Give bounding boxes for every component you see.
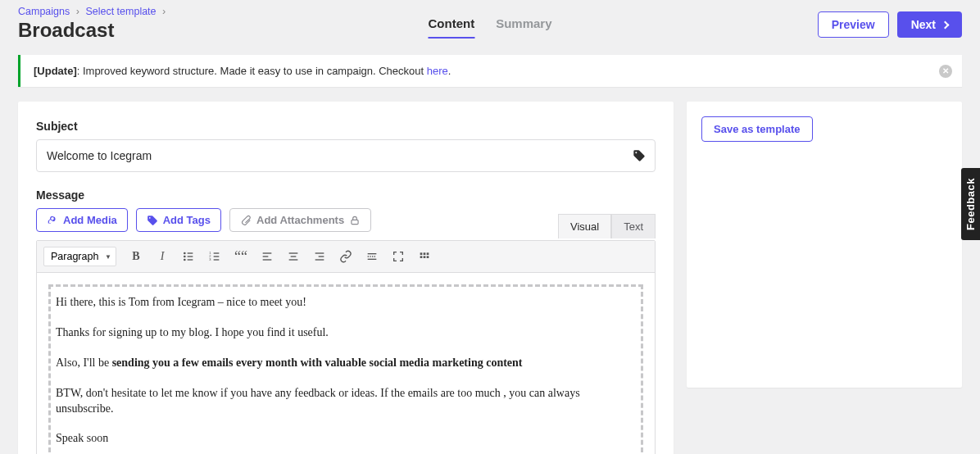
body-paragraph: BTW, don't hesitate to let me know if yo…	[56, 386, 636, 417]
blockquote-button[interactable]: ““	[229, 246, 252, 267]
editor-body[interactable]: Hi there, this is Tom from Icegram – nic…	[37, 273, 655, 454]
chevron-right-icon: ›	[76, 6, 79, 17]
update-banner-prefix: [Update]	[34, 65, 77, 77]
align-right-button[interactable]	[308, 246, 331, 267]
message-label: Message	[36, 188, 656, 202]
svg-rect-28	[420, 256, 423, 258]
content-frame[interactable]: Hi there, this is Tom from Icegram – nic…	[48, 284, 643, 454]
align-left-button[interactable]	[256, 246, 279, 267]
media-icon	[47, 215, 58, 226]
tab-content[interactable]: Content	[428, 16, 474, 39]
svg-rect-26	[424, 252, 426, 255]
subject-label: Subject	[36, 120, 656, 133]
close-icon: ✕	[942, 66, 949, 75]
center-tabs: Content Summary	[428, 16, 551, 39]
svg-rect-29	[424, 256, 426, 258]
link-button[interactable]	[334, 246, 357, 267]
svg-point-2	[184, 256, 185, 257]
breadcrumb-select-template[interactable]: Select template	[85, 6, 156, 17]
feedback-tab[interactable]: Feedback	[961, 168, 980, 240]
update-banner-link[interactable]: here	[427, 65, 448, 77]
read-more-button[interactable]	[361, 246, 383, 267]
editor-toolbar: Paragraph B I 123 ““	[37, 241, 655, 273]
page-title: Broadcast	[18, 19, 169, 42]
fullscreen-button[interactable]	[387, 246, 410, 267]
add-attachments-label: Add Attachments	[256, 214, 344, 226]
preview-button[interactable]: Preview	[818, 11, 889, 38]
svg-rect-30	[427, 256, 429, 258]
body-paragraph: Also, I'll be sending you a few emails e…	[56, 356, 636, 371]
toolbar-toggle-button[interactable]	[413, 246, 436, 267]
svg-point-1	[184, 252, 185, 253]
add-tags-button[interactable]: Add Tags	[136, 208, 221, 232]
svg-rect-25	[420, 252, 423, 255]
add-media-label: Add Media	[63, 214, 117, 226]
paperclip-icon	[240, 215, 252, 226]
lock-icon	[349, 215, 361, 226]
numbered-list-button[interactable]: 123	[203, 246, 226, 267]
bulleted-list-button[interactable]	[177, 246, 200, 267]
update-banner: [Update]: Improved keyword structure. Ma…	[18, 55, 962, 87]
update-banner-suffix: .	[448, 65, 451, 77]
subject-input[interactable]	[36, 139, 656, 172]
tab-summary[interactable]: Summary	[496, 16, 551, 39]
svg-text:3: 3	[209, 257, 211, 261]
italic-button[interactable]: I	[151, 246, 174, 267]
editor-card: Subject Message Add Media	[18, 102, 674, 454]
chevron-right-icon: ›	[162, 6, 166, 17]
body-paragraph: Speak soon	[56, 431, 636, 447]
editor-tab-text[interactable]: Text	[611, 214, 656, 238]
bold-button[interactable]: B	[125, 246, 147, 267]
svg-rect-27	[427, 252, 429, 255]
update-banner-body: : Improved keyword structure. Made it ea…	[77, 65, 427, 77]
next-button[interactable]: Next	[897, 11, 962, 38]
add-attachments-button[interactable]: Add Attachments	[229, 208, 371, 232]
body-paragraph: Hi there, this is Tom from Icegram – nic…	[56, 295, 636, 311]
tag-icon	[147, 215, 158, 226]
add-tags-label: Add Tags	[163, 214, 211, 226]
next-button-label: Next	[911, 18, 936, 31]
chevron-right-icon	[941, 20, 950, 29]
align-center-button[interactable]	[282, 246, 305, 267]
sidebar-card: Save as template	[687, 102, 962, 388]
breadcrumb: Campaigns › Select template ›	[18, 6, 169, 17]
preview-button-label: Preview	[832, 18, 875, 31]
add-media-button[interactable]: Add Media	[36, 208, 128, 232]
dismiss-banner-button[interactable]: ✕	[939, 65, 952, 78]
breadcrumb-campaigns[interactable]: Campaigns	[18, 6, 70, 17]
save-as-template-button[interactable]: Save as template	[701, 116, 813, 142]
body-paragraph: Thanks for signing up to my blog. I hope…	[56, 325, 636, 341]
editor-tab-visual[interactable]: Visual	[558, 214, 611, 238]
tag-icon[interactable]	[633, 149, 646, 162]
svg-point-3	[184, 259, 185, 260]
svg-rect-0	[352, 220, 358, 224]
format-select[interactable]: Paragraph	[43, 247, 116, 266]
